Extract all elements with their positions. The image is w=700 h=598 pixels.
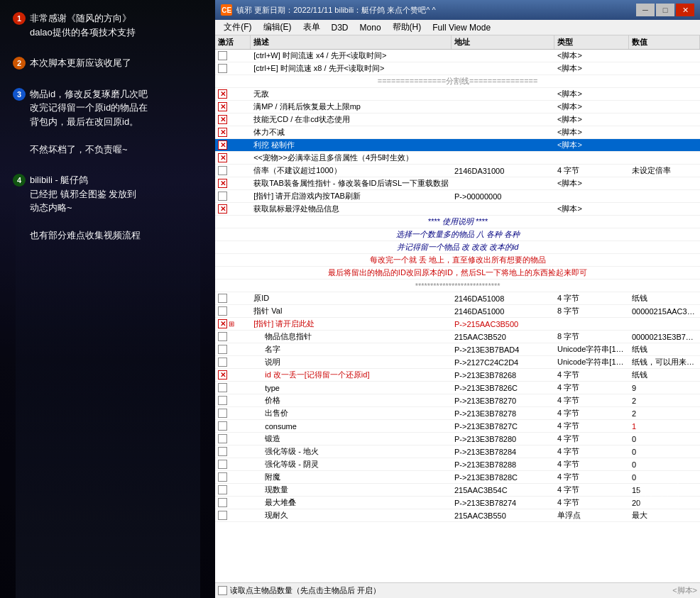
table-row[interactable]: ✕体力不减<脚本>	[215, 126, 700, 139]
cell-activate[interactable]: ✕	[215, 140, 251, 150]
cell-activate[interactable]: ✕	[215, 370, 251, 380]
cell-activate[interactable]	[215, 409, 251, 418]
cell-activate[interactable]	[215, 51, 251, 60]
table-row[interactable]: 并记得留一个物品 改 改改 改本的id	[215, 241, 700, 254]
cell-activate[interactable]: ✕⊞	[215, 319, 251, 328]
table-row[interactable]: ✕满MP / 消耗后恢复最大上限mp<脚本>	[215, 101, 700, 113]
cell-activate[interactable]: ✕	[215, 128, 251, 137]
checkbox[interactable]: ✕	[218, 140, 227, 150]
close-button[interactable]: ✕	[676, 4, 694, 16]
table-row[interactable]: 现数量215AAC3B54C4 字节15	[215, 484, 700, 497]
cell-activate[interactable]: ✕	[215, 89, 251, 99]
checkbox[interactable]: ✕	[218, 115, 227, 124]
checkbox[interactable]	[218, 434, 227, 443]
table-row[interactable]: 出售价P->213E3B782784 字节2	[215, 407, 700, 420]
table-row[interactable]: consumeP->213E3B7827C4 字节1	[215, 420, 700, 433]
checkbox[interactable]	[218, 460, 227, 469]
checkbox[interactable]: ✕	[218, 179, 227, 188]
table-row[interactable]: [指针] 请开启游戏内按TAB刷新P->00000000	[215, 190, 700, 203]
table-row[interactable]: ✕利挖 秘制作<脚本>	[215, 139, 700, 152]
table-row[interactable]: ✕获取TAB装备属性指针 - 修改装备ID后请SL一下重载数据<脚本>	[215, 177, 700, 190]
table-row[interactable]: ✕<<宠物>>必满幸运且多倍属性（4升5时生效）	[215, 152, 700, 165]
status-checkbox[interactable]	[218, 586, 227, 595]
checkbox[interactable]	[218, 447, 227, 456]
menu-item-E[interactable]: 编辑(E)	[258, 20, 297, 35]
table-row[interactable]: [ctrl+W] 时间流速 x4 / 先开<读取时间><脚本>	[215, 50, 700, 62]
cell-activate[interactable]	[215, 345, 251, 354]
cell-activate[interactable]	[215, 396, 251, 405]
cell-activate[interactable]	[215, 166, 251, 175]
cell-activate[interactable]	[215, 434, 251, 443]
cell-activate[interactable]	[215, 421, 251, 431]
checkbox[interactable]: ✕	[218, 204, 227, 214]
cell-activate[interactable]: ✕	[215, 204, 251, 214]
checkbox[interactable]	[218, 511, 227, 520]
cell-activate[interactable]	[215, 498, 251, 507]
cell-activate[interactable]: ✕	[215, 102, 251, 111]
table-row[interactable]: ✕id 改一丢一[记得留一个还原id]P->213E3B782684 字节纸钱	[215, 369, 700, 382]
table-row[interactable]: ✕获取鼠标最浮处物品信息<脚本>	[215, 203, 700, 216]
table-row[interactable]: ****************************	[215, 279, 700, 292]
checkbox[interactable]: ✕	[218, 102, 227, 111]
checkbox[interactable]	[218, 485, 227, 494]
checkbox[interactable]	[218, 306, 227, 316]
cell-activate[interactable]	[215, 460, 251, 469]
cell-activate[interactable]	[215, 306, 251, 316]
cell-activate[interactable]	[215, 383, 251, 392]
expand-icon[interactable]: ⊞	[229, 320, 234, 328]
maximize-button[interactable]: □	[656, 4, 674, 16]
cell-activate[interactable]	[215, 358, 251, 367]
table-row[interactable]: **** 使用说明 ****	[215, 216, 700, 228]
menu-item-F[interactable]: 文件(F)	[218, 20, 257, 35]
checkbox[interactable]: ✕	[218, 153, 227, 162]
cell-activate[interactable]	[215, 472, 251, 482]
table-row[interactable]: 强化等级 - 阴灵P->213E3B782884 字节0	[215, 458, 700, 471]
table-row[interactable]: 价格P->213E3B782704 字节2	[215, 394, 700, 407]
checkbox[interactable]: ✕	[218, 128, 227, 137]
minimize-button[interactable]: ─	[636, 4, 655, 16]
table-row[interactable]: 锻造P->213E3B782804 字节0	[215, 433, 700, 445]
menu-item-Mono[interactable]: Mono	[354, 21, 387, 34]
checkbox[interactable]: ✕	[218, 370, 227, 380]
menu-item-DD[interactable]: D3D	[326, 21, 354, 34]
table-row[interactable]: ===============分割线===============	[215, 75, 700, 88]
checkbox[interactable]	[218, 51, 227, 60]
checkbox[interactable]	[218, 396, 227, 405]
table-row[interactable]: 名字P->213E3B7BAD4Unicode字符串[128]纸钱	[215, 343, 700, 356]
checkbox[interactable]	[218, 498, 227, 507]
table-row[interactable]: 选择一个数量多的物品 八 各种 各种	[215, 228, 700, 241]
cell-activate[interactable]: ✕	[215, 115, 251, 124]
table-row[interactable]: 每改完一个就 丢 地上，直至修改出所有想要的物品	[215, 254, 700, 267]
table-row[interactable]: ✕技能无CD / 在非cd状态使用<脚本>	[215, 113, 700, 126]
table-row[interactable]: 现耐久215AAC3B550单浮点最大	[215, 509, 700, 522]
checkbox[interactable]	[218, 192, 227, 201]
cell-activate[interactable]: ✕	[215, 153, 251, 162]
table-row[interactable]: ✕无敌<脚本>	[215, 88, 700, 101]
table-body[interactable]: [ctrl+W] 时间流速 x4 / 先开<读取时间><脚本>[ctrl+E] …	[215, 50, 700, 582]
cell-activate[interactable]	[215, 511, 251, 520]
cell-activate[interactable]	[215, 192, 251, 201]
checkbox[interactable]	[218, 332, 227, 341]
cell-activate[interactable]: ✕	[215, 179, 251, 188]
table-row[interactable]: ✕⊞[指针] 请开启此处P->215AAC3B500	[215, 318, 700, 331]
checkbox[interactable]	[218, 383, 227, 392]
checkbox[interactable]	[218, 294, 227, 303]
table-row[interactable]: 指针 Val2146DA510008 字节00000215AAC3B500	[215, 305, 700, 318]
checkbox[interactable]	[218, 345, 227, 354]
table-row[interactable]: 最后将留出的物品的ID改回原本的ID，然后SL一下将地上的东西捡起来即可	[215, 267, 700, 279]
cell-activate[interactable]	[215, 294, 251, 303]
cell-activate[interactable]	[215, 447, 251, 456]
table-row[interactable]: 说明P->2127C24C2D4Unicode字符串[128]纸钱，可以用来祭奠…	[215, 356, 700, 369]
menu-item-H[interactable]: 帮助(H)	[387, 20, 427, 35]
table-row[interactable]: 最大堆叠P->213E3B782744 字节20	[215, 497, 700, 509]
cell-activate[interactable]	[215, 485, 251, 494]
cell-activate[interactable]	[215, 64, 251, 73]
checkbox[interactable]	[218, 472, 227, 482]
menu-item-[interactable]: 表单	[297, 20, 326, 35]
checkbox[interactable]	[218, 421, 227, 431]
menu-item-FullViewMode[interactable]: Full View Mode	[427, 21, 496, 34]
cell-activate[interactable]	[215, 332, 251, 341]
checkbox[interactable]: ✕	[218, 319, 227, 328]
checkbox[interactable]	[218, 166, 227, 175]
checkbox[interactable]: ✕	[218, 89, 227, 99]
